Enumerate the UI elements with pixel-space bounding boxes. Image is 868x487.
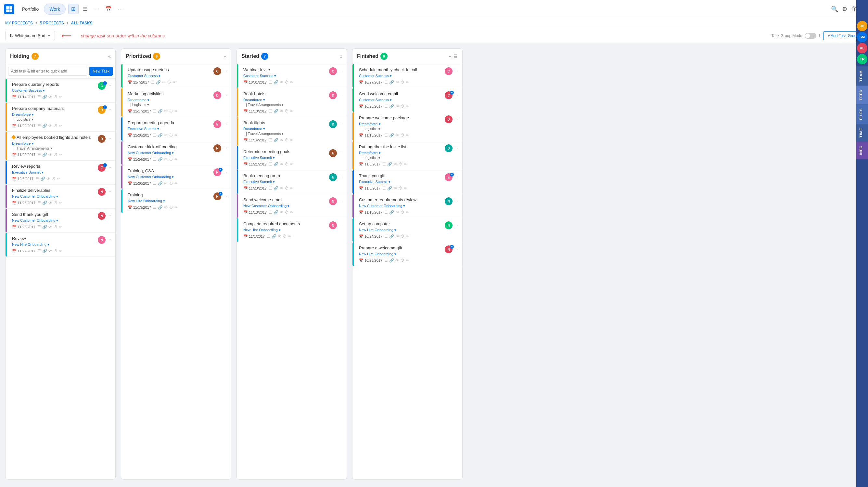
card-item[interactable]: Prepare company materials Dreamforce ▾ |… xyxy=(5,103,115,132)
attachment-icon[interactable]: 🔗 xyxy=(42,249,47,253)
card-navigate-icon[interactable]: → xyxy=(455,199,459,203)
sidebar-tab-team[interactable]: TEAM xyxy=(856,66,868,86)
new-task-button[interactable]: New Task xyxy=(89,67,113,76)
card-tag[interactable]: Customer Success ▾ xyxy=(125,74,160,78)
card-tag[interactable]: Customer Success ▾ xyxy=(241,74,276,78)
edit-icon[interactable]: ✏ xyxy=(406,104,409,109)
card-navigate-icon[interactable]: → xyxy=(108,136,112,141)
clock-icon[interactable]: ⏱ xyxy=(285,138,289,142)
eye-icon[interactable]: 👁 xyxy=(49,123,52,128)
eye-icon[interactable]: 👁 xyxy=(49,225,52,229)
col-collapse-icon[interactable]: « xyxy=(449,54,452,59)
card-navigate-icon[interactable]: → xyxy=(108,107,112,112)
attachment-icon[interactable]: 🔗 xyxy=(42,201,47,205)
card-tag[interactable]: Dreamforce ▾ xyxy=(9,113,34,117)
checklist-icon[interactable]: ☰ xyxy=(37,249,41,253)
attachment-icon[interactable]: 🔗 xyxy=(389,258,394,263)
breadcrumb-my-projects[interactable]: MY PROJECTS xyxy=(5,21,33,25)
checklist-icon[interactable]: ☰ xyxy=(269,162,272,167)
attachment-icon[interactable]: 🔗 xyxy=(158,181,163,185)
card-item[interactable]: Send welcome email New Customer Onboardi… xyxy=(237,194,347,218)
checklist-icon[interactable]: ☰ xyxy=(384,258,388,263)
card-item[interactable]: Review reports Executive Summit ▾ 📅 12/6… xyxy=(5,161,115,185)
settings-icon[interactable]: ⚙ xyxy=(842,5,847,13)
clock-icon[interactable]: ⏱ xyxy=(54,123,58,128)
clock-icon[interactable]: ⏱ xyxy=(285,109,289,113)
clock-icon[interactable]: ⏱ xyxy=(169,205,173,210)
edit-icon[interactable]: ✏ xyxy=(59,225,62,229)
checklist-icon[interactable]: ☰ xyxy=(35,176,39,181)
col-actions-started[interactable]: « xyxy=(339,54,342,59)
col-actions-finished[interactable]: « ☰ xyxy=(449,54,458,59)
attachment-icon[interactable]: 🔗 xyxy=(274,109,278,113)
edit-icon[interactable]: ✏ xyxy=(404,186,407,191)
checklist-icon[interactable]: ☰ xyxy=(269,138,272,142)
card-tag[interactable]: New Customer Onboarding ▾ xyxy=(9,194,58,199)
checklist-icon[interactable]: ☰ xyxy=(37,201,41,205)
edit-icon[interactable]: ✏ xyxy=(406,210,409,214)
sidebar-avatar-3[interactable]: KL xyxy=(857,43,867,53)
breadcrumb-5-projects[interactable]: 5 PROJECTS xyxy=(40,21,64,25)
card-item[interactable]: Prepare meeting agenda Executive Summit … xyxy=(121,117,231,141)
card-item[interactable]: Update usage metrics Customer Success ▾ … xyxy=(121,64,231,88)
card-tag[interactable]: Executive Summit ▾ xyxy=(241,180,275,184)
card-navigate-icon[interactable]: → xyxy=(224,170,228,174)
clock-icon[interactable]: ⏱ xyxy=(167,80,171,85)
edit-icon[interactable]: ✏ xyxy=(290,162,293,167)
card-item[interactable]: Book hotels Dreamforce ▾ | Travel Arrang… xyxy=(237,88,347,117)
card-navigate-icon[interactable]: → xyxy=(339,199,343,203)
view-list-icon[interactable]: ☰ xyxy=(80,4,90,14)
card-tag[interactable]: Dreamforce ▾ xyxy=(9,141,34,146)
card-navigate-icon[interactable]: → xyxy=(108,189,112,194)
attachment-icon[interactable]: 🔗 xyxy=(42,123,47,128)
card-navigate-icon[interactable]: → xyxy=(108,165,112,170)
eye-icon[interactable]: 👁 xyxy=(49,249,52,253)
card-navigate-icon[interactable]: → xyxy=(339,223,343,227)
eye-icon[interactable]: 👁 xyxy=(278,234,282,239)
edit-icon[interactable]: ✏ xyxy=(57,176,60,181)
attachment-icon[interactable]: 🔗 xyxy=(274,162,278,167)
sidebar-tab-time[interactable]: TIME xyxy=(856,124,868,141)
card-navigate-icon[interactable]: → xyxy=(224,194,228,198)
edit-icon[interactable]: ✏ xyxy=(175,205,178,210)
card-tag[interactable]: Dreamforce ▾ xyxy=(125,98,149,102)
clock-icon[interactable]: ⏱ xyxy=(285,162,289,167)
card-navigate-icon[interactable]: → xyxy=(339,68,343,73)
edit-icon[interactable]: ✏ xyxy=(404,162,407,167)
attachment-icon[interactable]: 🔗 xyxy=(389,234,394,239)
eye-icon[interactable]: 👁 xyxy=(280,162,284,167)
checklist-icon[interactable]: ☰ xyxy=(269,80,272,85)
card-item[interactable]: Thank you gift Executive Summit ▾ 📅 11/8… xyxy=(352,170,462,194)
card-item[interactable]: Complete required documents New Hire Onb… xyxy=(237,218,347,242)
eye-icon[interactable]: 👁 xyxy=(49,95,52,99)
sidebar-avatar-1[interactable]: JD xyxy=(857,21,867,31)
edit-icon[interactable]: ✏ xyxy=(175,181,178,185)
card-tag[interactable]: New Hire Onboarding ▾ xyxy=(241,228,281,232)
card-item[interactable]: Finalize deliverables New Customer Onboa… xyxy=(5,185,115,209)
clock-icon[interactable]: ⏱ xyxy=(283,234,287,239)
clock-icon[interactable]: ⏱ xyxy=(169,109,173,113)
eye-icon[interactable]: 👁 xyxy=(395,104,399,109)
attachment-icon[interactable]: 🔗 xyxy=(158,133,163,138)
eye-icon[interactable]: 👁 xyxy=(164,133,168,138)
search-icon[interactable]: 🔍 xyxy=(831,5,838,13)
eye-icon[interactable]: 👁 xyxy=(164,109,168,113)
card-navigate-icon[interactable]: → xyxy=(224,122,228,126)
edit-icon[interactable]: ✏ xyxy=(59,123,62,128)
checklist-icon[interactable]: ☰ xyxy=(384,234,388,239)
card-navigate-icon[interactable]: → xyxy=(108,213,112,218)
checklist-icon[interactable]: ☰ xyxy=(37,95,41,99)
card-tag[interactable]: Customer Success ▾ xyxy=(356,98,392,102)
card-item[interactable]: Determine meeting goals Executive Summit… xyxy=(237,146,347,170)
edit-icon[interactable]: ✏ xyxy=(59,152,62,157)
clock-icon[interactable]: ⏱ xyxy=(399,186,402,191)
clock-icon[interactable]: ⏱ xyxy=(285,210,289,214)
eye-icon[interactable]: 👁 xyxy=(280,210,284,214)
card-item[interactable]: Send welcome email Customer Success ▾ 📅 … xyxy=(352,88,462,112)
clock-icon[interactable]: ⏱ xyxy=(401,234,404,239)
card-navigate-icon[interactable]: → xyxy=(224,68,228,73)
view-calendar-icon[interactable]: 📅 xyxy=(103,4,114,14)
attachment-icon[interactable]: 🔗 xyxy=(42,225,47,229)
clock-icon[interactable]: ⏱ xyxy=(54,152,58,157)
card-tag[interactable]: Customer Success ▾ xyxy=(9,88,45,93)
